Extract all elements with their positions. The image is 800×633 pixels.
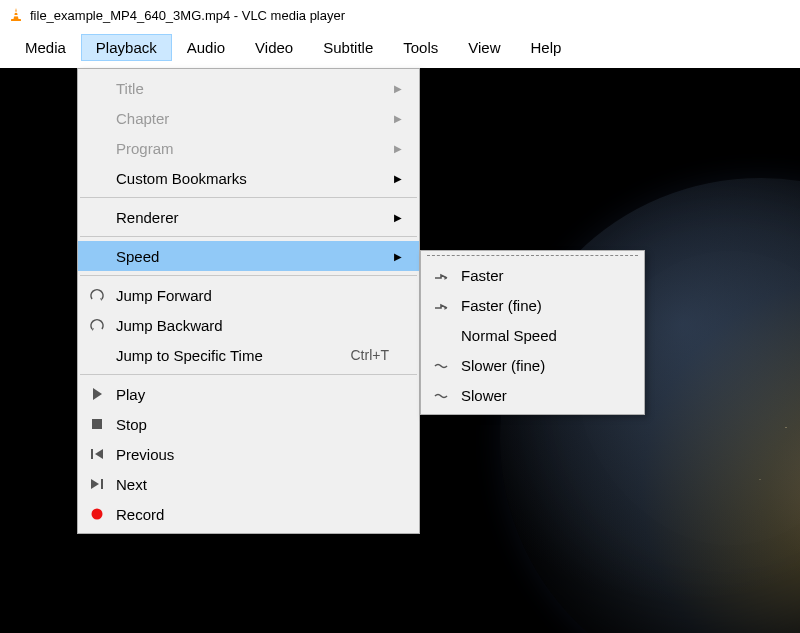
menuitem-label: Slower (fine) xyxy=(461,357,545,374)
menuitem-speed-slower[interactable]: Slower xyxy=(421,380,644,410)
svg-rect-4 xyxy=(91,449,93,459)
menuitem-chapter: Chapter ▶ xyxy=(78,103,419,133)
menu-subtitle[interactable]: Subtitle xyxy=(308,34,388,61)
submenu-arrow-icon: ▶ xyxy=(389,251,407,262)
menuitem-previous[interactable]: Previous xyxy=(78,439,419,469)
menu-separator xyxy=(80,374,417,375)
menuitem-custom-bookmarks[interactable]: Custom Bookmarks ▶ xyxy=(78,163,419,193)
playback-dropdown: Title ▶ Chapter ▶ Program ▶ Custom Bookm… xyxy=(77,68,420,534)
menuitem-label: Slower xyxy=(461,387,507,404)
previous-icon xyxy=(78,446,116,462)
menuitem-label: Record xyxy=(116,506,407,523)
slower-fine-icon xyxy=(421,357,461,373)
svg-rect-0 xyxy=(14,12,18,13)
submenu-tear-line xyxy=(427,255,638,258)
speed-submenu: Faster Faster (fine) Normal Speed Slower… xyxy=(420,250,645,415)
menuitem-label: Jump Forward xyxy=(116,287,407,304)
submenu-arrow-icon: ▶ xyxy=(389,83,407,94)
menuitem-label: Previous xyxy=(116,446,407,463)
menu-view[interactable]: View xyxy=(453,34,515,61)
menuitem-label: Custom Bookmarks xyxy=(116,170,389,187)
svg-rect-2 xyxy=(11,19,21,21)
menu-media[interactable]: Media xyxy=(10,34,81,61)
menuitem-record[interactable]: Record xyxy=(78,499,419,529)
menuitem-label: Next xyxy=(116,476,407,493)
menuitem-speed-normal[interactable]: Normal Speed xyxy=(421,320,644,350)
menuitem-label: Faster xyxy=(461,267,504,284)
menuitem-label: Normal Speed xyxy=(461,327,557,344)
menuitem-speed-slower-fine[interactable]: Slower (fine) xyxy=(421,350,644,380)
menuitem-label: Stop xyxy=(116,416,407,433)
menu-video[interactable]: Video xyxy=(240,34,308,61)
menuitem-shortcut: Ctrl+T xyxy=(351,347,408,363)
menuitem-title: Title ▶ xyxy=(78,73,419,103)
menuitem-label: Jump to Specific Time xyxy=(116,347,351,364)
stop-icon xyxy=(78,416,116,432)
slower-icon xyxy=(421,387,461,403)
svg-point-6 xyxy=(92,509,103,520)
menuitem-speed-faster[interactable]: Faster xyxy=(421,260,644,290)
menuitem-label: Program xyxy=(116,140,389,157)
menuitem-label: Chapter xyxy=(116,110,389,127)
menu-separator xyxy=(80,236,417,237)
menuitem-label: Play xyxy=(116,386,407,403)
menuitem-speed-faster-fine[interactable]: Faster (fine) xyxy=(421,290,644,320)
menuitem-next[interactable]: Next xyxy=(78,469,419,499)
submenu-arrow-icon: ▶ xyxy=(389,113,407,124)
submenu-arrow-icon: ▶ xyxy=(389,173,407,184)
menuitem-label: Renderer xyxy=(116,209,389,226)
menuitem-renderer[interactable]: Renderer ▶ xyxy=(78,202,419,232)
menu-playback[interactable]: Playback xyxy=(81,34,172,61)
menuitem-stop[interactable]: Stop xyxy=(78,409,419,439)
play-icon xyxy=(78,386,116,402)
svg-rect-3 xyxy=(92,419,102,429)
submenu-arrow-icon: ▶ xyxy=(389,212,407,223)
vlc-cone-icon xyxy=(8,7,24,23)
menuitem-jump-backward[interactable]: Jump Backward xyxy=(78,310,419,340)
jump-backward-icon xyxy=(78,317,116,333)
svg-rect-5 xyxy=(101,479,103,489)
menu-separator xyxy=(80,275,417,276)
menu-help[interactable]: Help xyxy=(516,34,577,61)
menuitem-speed[interactable]: Speed ▶ xyxy=(78,241,419,271)
menuitem-jump-specific[interactable]: Jump to Specific Time Ctrl+T xyxy=(78,340,419,370)
menuitem-label: Speed xyxy=(116,248,389,265)
menuitem-label: Title xyxy=(116,80,389,97)
menuitem-play[interactable]: Play xyxy=(78,379,419,409)
jump-forward-icon xyxy=(78,287,116,303)
window-title: file_example_MP4_640_3MG.mp4 - VLC media… xyxy=(30,8,345,23)
submenu-arrow-icon: ▶ xyxy=(389,143,407,154)
faster-fine-icon xyxy=(421,297,461,313)
menuitem-jump-forward[interactable]: Jump Forward xyxy=(78,280,419,310)
menu-audio[interactable]: Audio xyxy=(172,34,240,61)
menubar: Media Playback Audio Video Subtitle Tool… xyxy=(0,30,800,69)
record-icon xyxy=(78,506,116,522)
menu-separator xyxy=(80,197,417,198)
svg-rect-1 xyxy=(13,15,18,16)
menuitem-program: Program ▶ xyxy=(78,133,419,163)
faster-icon xyxy=(421,267,461,283)
menu-tools[interactable]: Tools xyxy=(388,34,453,61)
menuitem-label: Faster (fine) xyxy=(461,297,542,314)
menuitem-label: Jump Backward xyxy=(116,317,407,334)
window-titlebar: file_example_MP4_640_3MG.mp4 - VLC media… xyxy=(0,0,800,30)
next-icon xyxy=(78,476,116,492)
